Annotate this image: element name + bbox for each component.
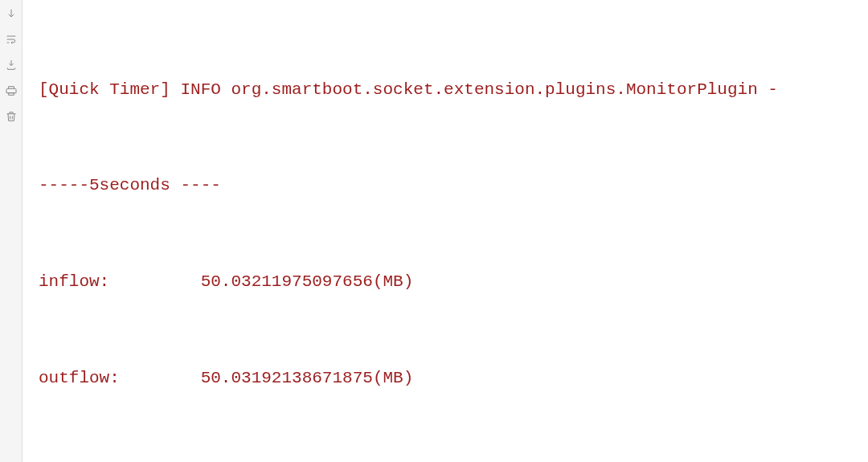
print-icon[interactable] xyxy=(4,84,18,98)
log-header-line: [Quick Timer] INFO org.smartboot.socket.… xyxy=(39,74,858,106)
sidebar-toolbar xyxy=(0,0,23,462)
console-output: [Quick Timer] INFO org.smartboot.socket.… xyxy=(23,0,868,462)
trash-icon[interactable] xyxy=(4,109,18,124)
log-process-fail-line: process fail: 0 xyxy=(39,458,858,462)
log-inflow-line: inflow: 50.03211975097656(MB) xyxy=(39,266,858,298)
download-icon[interactable] xyxy=(4,58,18,72)
log-outflow-line: outflow: 50.03192138671875(MB) xyxy=(39,362,858,395)
log-interval-line: -----5seconds ---- xyxy=(39,170,858,202)
wrap-icon[interactable] xyxy=(4,32,18,47)
arrow-down-icon[interactable] xyxy=(4,6,18,21)
